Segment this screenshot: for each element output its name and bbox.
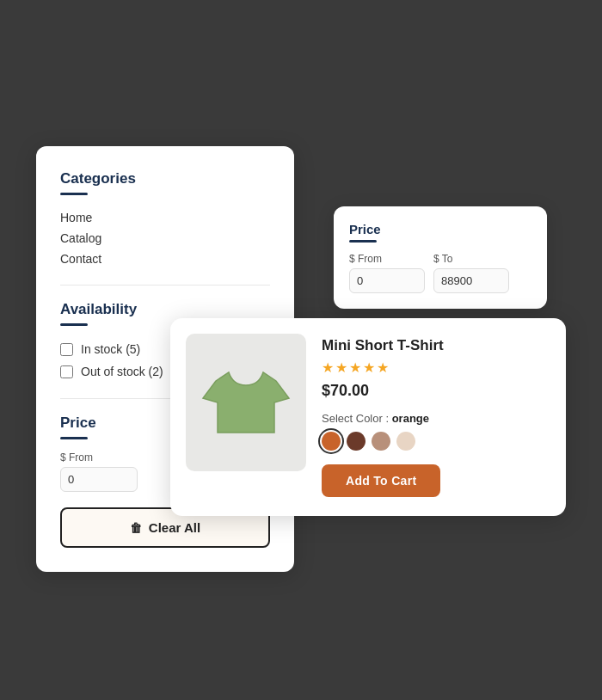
stars-container: ★ ★ ★ ★ ★ <box>322 359 547 376</box>
color-selected-text: orange <box>392 412 429 425</box>
add-to-cart-button[interactable]: Add To Cart <box>322 464 440 497</box>
product-card: Mini Short T-Shirt ★ ★ ★ ★ ★ $70.00 Sele… <box>170 318 566 516</box>
star-1: ★ <box>322 359 334 376</box>
swatch-brown[interactable] <box>347 432 366 451</box>
product-info: Mini Short T-Shirt ★ ★ ★ ★ ★ $70.00 Sele… <box>322 334 547 497</box>
product-price: $70.00 <box>322 382 547 400</box>
price-widget-from-label: $ From <box>349 253 425 265</box>
price-widget-to-label: $ To <box>433 253 509 265</box>
nav-contact[interactable]: Contact <box>60 249 270 269</box>
availability-underline <box>60 323 88 326</box>
clear-all-label: Clear All <box>149 520 200 535</box>
price-widget: Price $ From $ To <box>334 206 547 309</box>
star-3: ★ <box>349 359 361 376</box>
categories-underline <box>60 193 88 195</box>
trash-icon: 🗑 <box>130 521 142 535</box>
color-swatches <box>322 432 547 451</box>
price-underline <box>60 437 88 439</box>
price-widget-from-input[interactable] <box>349 268 425 293</box>
star-4: ★ <box>363 359 375 376</box>
product-image-wrap <box>186 334 306 471</box>
divider-1 <box>60 285 270 286</box>
price-widget-to-input[interactable] <box>433 268 509 293</box>
out-of-stock-checkbox[interactable] <box>60 365 73 378</box>
price-widget-to-group: $ To <box>433 253 509 293</box>
price-from-label: $ From <box>60 451 138 464</box>
price-widget-inputs: $ From $ To <box>349 253 531 293</box>
price-widget-from-group: $ From <box>349 253 425 293</box>
availability-title: Availability <box>60 301 270 318</box>
swatch-cream[interactable] <box>396 432 415 451</box>
nav-catalog[interactable]: Catalog <box>60 228 270 249</box>
swatch-tan[interactable] <box>372 432 390 451</box>
in-stock-label: In stock (5) <box>81 342 140 356</box>
price-widget-title: Price <box>349 222 531 236</box>
swatch-orange[interactable] <box>322 432 341 451</box>
nav-home[interactable]: Home <box>60 207 270 228</box>
price-from-group: $ From <box>60 451 138 492</box>
star-2: ★ <box>335 359 347 376</box>
product-image <box>199 355 293 450</box>
color-label: Select Color : orange <box>322 412 547 425</box>
categories-title: Categories <box>60 170 270 187</box>
out-of-stock-label: Out of stock (2) <box>81 365 163 378</box>
in-stock-checkbox[interactable] <box>60 343 73 356</box>
color-label-text: Select Color : <box>322 412 389 425</box>
price-widget-underline <box>349 240 377 243</box>
price-from-input[interactable] <box>60 467 138 492</box>
product-name: Mini Short T-Shirt <box>322 337 547 354</box>
star-5: ★ <box>377 359 389 376</box>
